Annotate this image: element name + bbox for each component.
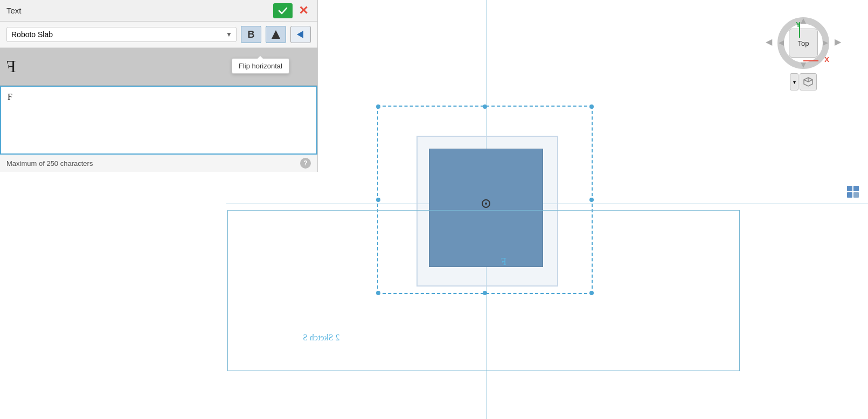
checkmark-icon bbox=[278, 7, 288, 15]
text-input[interactable]: F bbox=[1, 87, 316, 151]
font-select-wrapper: Roboto Slab Arial Times New Roman ▼ bbox=[6, 27, 237, 42]
flip-tooltip: Flip horizontal bbox=[232, 58, 289, 74]
svg-rect-11 bbox=[853, 186, 859, 191]
bold-icon: B bbox=[248, 29, 255, 40]
3d-cube-icon bbox=[802, 76, 814, 88]
cube-control-row: ▾ bbox=[790, 73, 817, 90]
viewport-control: Top Y X ▶ ◀ ▾ bbox=[776, 16, 830, 90]
grid3d-icon bbox=[846, 185, 862, 201]
svg-rect-13 bbox=[853, 192, 859, 198]
canvas-sketch-label: 2 Sketch S bbox=[303, 333, 339, 343]
viewport-label-text: Top bbox=[798, 39, 809, 47]
handle-tr[interactable] bbox=[589, 104, 594, 109]
svg-line-8 bbox=[808, 80, 813, 82]
svg-marker-1 bbox=[297, 31, 303, 38]
cube-icon-button[interactable] bbox=[800, 73, 817, 90]
handle-mr[interactable] bbox=[589, 198, 594, 202]
handle-bc[interactable] bbox=[483, 291, 487, 295]
panel-header: Text ✕ bbox=[0, 0, 317, 22]
axis-y-label: Y bbox=[796, 20, 801, 29]
3d-grid-icon-button[interactable] bbox=[844, 183, 864, 202]
left-panel: Text ✕ Roboto Slab Arial Times New Roman… bbox=[0, 0, 318, 172]
help-icon[interactable]: ? bbox=[300, 158, 311, 169]
cancel-icon: ✕ bbox=[298, 4, 308, 18]
font-select[interactable]: Roboto Slab Arial Times New Roman bbox=[6, 27, 237, 42]
viewport-label[interactable]: Top bbox=[789, 29, 818, 58]
handle-ml[interactable] bbox=[376, 198, 380, 202]
preview-text: F bbox=[6, 57, 16, 76]
svg-rect-12 bbox=[847, 192, 852, 198]
viewport-ring: Top Y X bbox=[776, 16, 830, 70]
tooltip-text: Flip horizontal bbox=[239, 62, 282, 70]
canvas-mirrored-text: F bbox=[501, 256, 506, 268]
center-handle[interactable] bbox=[482, 199, 490, 208]
font-row: Roboto Slab Arial Times New Roman ▼ B bbox=[0, 22, 317, 48]
handle-br[interactable] bbox=[589, 291, 594, 295]
italic-button[interactable] bbox=[266, 26, 286, 43]
cancel-button[interactable]: ✕ bbox=[296, 3, 311, 18]
axis-x-line bbox=[803, 60, 818, 61]
header-buttons: ✕ bbox=[273, 3, 311, 18]
svg-line-9 bbox=[804, 80, 808, 82]
handle-tc[interactable] bbox=[483, 104, 487, 109]
text-input-area: F bbox=[0, 86, 317, 155]
viewport-arrow-right[interactable]: ▶ bbox=[835, 37, 841, 47]
handle-tl[interactable] bbox=[376, 104, 380, 109]
panel-title: Text bbox=[6, 6, 22, 15]
blue-shape bbox=[429, 149, 543, 267]
confirm-button[interactable] bbox=[273, 3, 293, 18]
svg-rect-10 bbox=[847, 186, 852, 191]
cube-dropdown-button[interactable]: ▾ bbox=[790, 73, 798, 90]
char-limit-row: Maximum of 250 characters ? bbox=[0, 155, 317, 172]
svg-marker-0 bbox=[272, 30, 280, 39]
flip-horizontal-button[interactable] bbox=[290, 26, 311, 43]
flip-icon bbox=[296, 30, 305, 39]
bold-button[interactable]: B bbox=[241, 26, 261, 43]
handle-bl[interactable] bbox=[376, 291, 380, 295]
char-limit-label: Maximum of 250 characters bbox=[6, 159, 93, 167]
help-label: ? bbox=[303, 159, 307, 167]
italic-icon bbox=[271, 29, 281, 40]
axis-x-label: X bbox=[824, 55, 829, 64]
viewport-arrow-left[interactable]: ◀ bbox=[766, 37, 772, 47]
